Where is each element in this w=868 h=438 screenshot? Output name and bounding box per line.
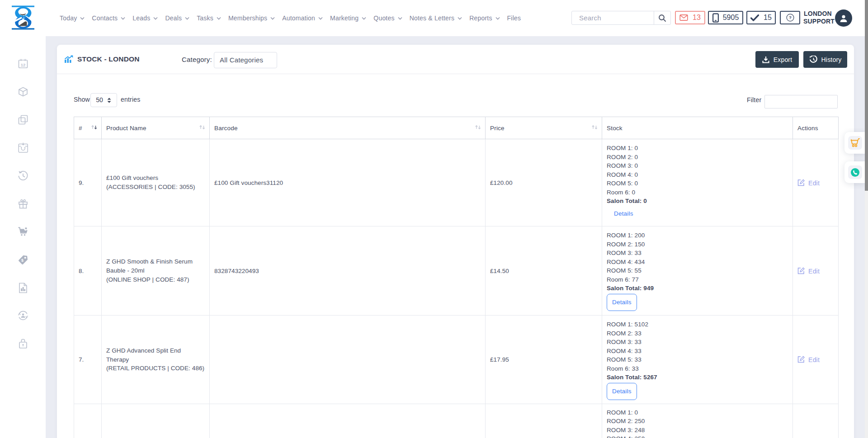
svg-text:12: 12 xyxy=(21,62,26,67)
svg-text:$: $ xyxy=(21,258,24,263)
svg-text:?: ? xyxy=(789,15,792,20)
